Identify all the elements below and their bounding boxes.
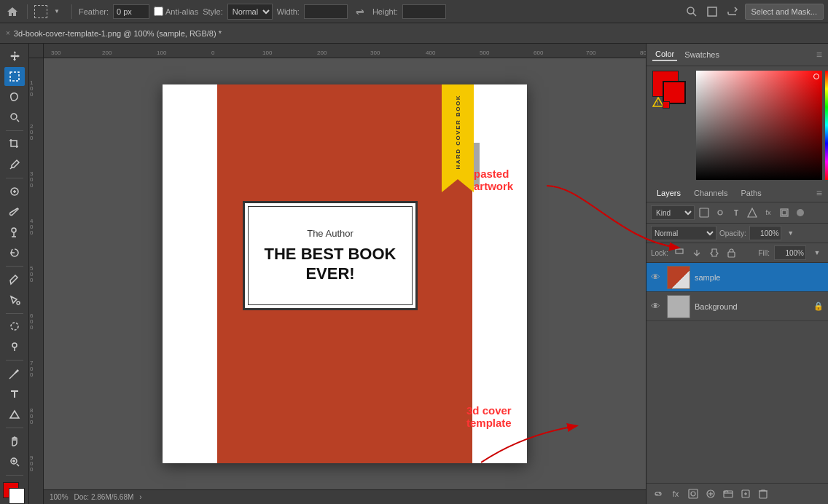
ruler-left: 100 200 300 400 500 600 700 800 900 bbox=[29, 58, 44, 504]
svg-line-5 bbox=[17, 119, 19, 122]
blur-tool[interactable] bbox=[4, 318, 25, 336]
layer-visibility-background[interactable]: 👁 bbox=[651, 301, 663, 312]
marquee-rect-icon[interactable] bbox=[34, 5, 47, 18]
blend-mode-select[interactable]: Normal bbox=[651, 226, 716, 240]
layer-visibility-sample[interactable]: 👁 bbox=[651, 272, 663, 283]
spot-heal-tool[interactable] bbox=[4, 182, 25, 201]
layer-row-background[interactable]: 👁 Background 🔒 bbox=[647, 292, 828, 321]
dodge-tool[interactable] bbox=[4, 337, 25, 356]
select-mask-button[interactable]: Select and Mask... bbox=[745, 4, 824, 20]
opacity-input[interactable] bbox=[749, 226, 781, 240]
filter-pixel-icon[interactable] bbox=[698, 206, 711, 219]
book-author: The Author bbox=[307, 228, 354, 239]
tab-color[interactable]: Color bbox=[652, 48, 677, 61]
marquee-dropdown-icon[interactable]: ▼ bbox=[49, 4, 65, 20]
eraser-tool[interactable] bbox=[4, 270, 25, 289]
lock-artboard-icon[interactable] bbox=[708, 246, 721, 259]
marquee-tool[interactable] bbox=[4, 67, 25, 86]
filter-type-icon[interactable]: T bbox=[730, 206, 743, 219]
new-layer-icon[interactable] bbox=[738, 487, 753, 501]
text-tool[interactable] bbox=[4, 385, 25, 403]
search-icon[interactable] bbox=[684, 4, 700, 20]
clone-stamp-tool[interactable] bbox=[4, 223, 25, 242]
ruler-corner bbox=[29, 44, 44, 58]
screen-mode-icon[interactable] bbox=[704, 4, 720, 20]
opacity-arrow-icon[interactable]: ▼ bbox=[784, 227, 797, 240]
svg-rect-38 bbox=[759, 491, 767, 498]
anti-alias-checkbox[interactable] bbox=[154, 7, 163, 16]
layers-panel: Layers Channels Paths ≡ Kind T bbox=[647, 184, 828, 504]
lasso-tool[interactable] bbox=[4, 87, 25, 106]
lock-all-icon[interactable] bbox=[725, 246, 738, 259]
color-picker-handle[interactable] bbox=[813, 74, 819, 79]
left-sep7 bbox=[6, 475, 23, 476]
canvas-area: 300 200 100 0 100 200 300 400 500 600 70… bbox=[29, 44, 646, 504]
pen-tool[interactable] bbox=[4, 364, 25, 383]
svg-rect-29 bbox=[689, 489, 698, 498]
layers-panel-menu-icon[interactable]: ≡ bbox=[816, 187, 822, 199]
crop-tool[interactable] bbox=[4, 135, 25, 154]
doc-info: Doc: 2.86M/6.68M bbox=[74, 493, 134, 501]
kind-select[interactable]: Kind bbox=[651, 205, 695, 220]
brightness-gradient bbox=[696, 71, 822, 180]
color-small-swatch[interactable] bbox=[663, 101, 670, 109]
fill-input[interactable] bbox=[774, 245, 806, 260]
delete-layer-icon[interactable] bbox=[756, 487, 770, 501]
layer-thumb-background bbox=[667, 295, 690, 318]
color-panel-header: Color Swatches ≡ bbox=[647, 44, 828, 66]
quick-select-tool[interactable] bbox=[4, 108, 25, 127]
create-fill-icon[interactable] bbox=[703, 487, 718, 501]
layer-row-sample[interactable]: 👁 sample bbox=[647, 263, 828, 292]
color-squares: ! bbox=[652, 71, 690, 109]
eyedropper-tool[interactable] bbox=[4, 155, 25, 174]
svg-line-17 bbox=[17, 464, 19, 466]
filter-adjust-icon[interactable] bbox=[714, 206, 727, 219]
link-layers-icon[interactable] bbox=[651, 487, 665, 501]
svg-rect-28 bbox=[728, 252, 735, 257]
move-tool[interactable] bbox=[4, 47, 25, 66]
left-sep5 bbox=[6, 360, 23, 361]
width-input[interactable] bbox=[304, 4, 348, 19]
tab-layers[interactable]: Layers bbox=[652, 187, 685, 199]
filter-shape-icon[interactable] bbox=[746, 206, 759, 219]
shape-tool[interactable] bbox=[4, 405, 25, 424]
background-color[interactable] bbox=[9, 488, 25, 504]
layer-lock-icon: 🔒 bbox=[813, 302, 824, 311]
feather-label: Feather: bbox=[79, 7, 109, 16]
svg-point-4 bbox=[11, 114, 17, 119]
swap-icon[interactable]: ⇌ bbox=[352, 4, 368, 20]
hue-strip[interactable] bbox=[825, 71, 828, 180]
tab-swatches[interactable]: Swatches bbox=[681, 49, 722, 60]
share-icon[interactable] bbox=[724, 4, 741, 20]
filter-fx-icon[interactable]: fx bbox=[762, 206, 775, 219]
fill-arrow-icon[interactable]: ▼ bbox=[811, 246, 824, 259]
zoom-tool[interactable] bbox=[4, 452, 25, 471]
tab-channels[interactable]: Channels bbox=[690, 187, 732, 199]
color-gradient[interactable] bbox=[696, 71, 822, 180]
paint-bucket-tool[interactable] bbox=[4, 291, 25, 310]
filter-smartobj-icon[interactable] bbox=[778, 206, 791, 219]
fill-label: Fill: bbox=[758, 249, 770, 257]
lock-pixel-icon[interactable] bbox=[673, 246, 686, 259]
filter-circle-icon[interactable] bbox=[794, 206, 807, 219]
style-select[interactable]: Normal bbox=[227, 4, 273, 20]
feather-input[interactable] bbox=[113, 4, 149, 19]
home-icon[interactable] bbox=[4, 4, 20, 20]
color-panel-menu-icon[interactable]: ≡ bbox=[816, 49, 822, 60]
tab-close-icon[interactable]: × bbox=[6, 29, 10, 37]
ribbon: HARD COVER BOOK bbox=[442, 84, 474, 192]
hand-tool[interactable] bbox=[4, 432, 25, 451]
add-mask-icon[interactable] bbox=[686, 487, 700, 501]
history-brush-tool[interactable] bbox=[4, 243, 25, 262]
height-input[interactable] bbox=[402, 4, 446, 19]
tab-paths[interactable]: Paths bbox=[737, 187, 766, 199]
ribbon-body: HARD COVER BOOK bbox=[442, 84, 474, 179]
lock-position-icon[interactable] bbox=[690, 246, 703, 259]
left-sep2 bbox=[6, 178, 23, 178]
new-group-icon[interactable] bbox=[721, 487, 735, 501]
layers-bottom: fx bbox=[647, 483, 828, 504]
brush-tool[interactable] bbox=[4, 202, 25, 221]
svg-rect-27 bbox=[676, 249, 683, 253]
svg-point-11 bbox=[17, 302, 20, 304]
add-fx-icon[interactable]: fx bbox=[668, 487, 683, 501]
